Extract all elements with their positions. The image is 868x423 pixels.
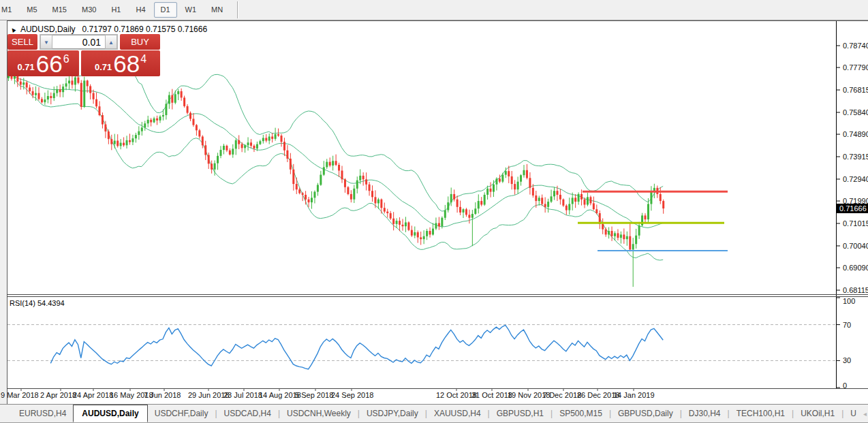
rsi-scale-label: 30 [843, 356, 851, 364]
price-scale-label: 0.76815 [843, 86, 868, 94]
timeframe-button-d1[interactable]: D1 [154, 2, 177, 18]
chart-tab-usdcad-h4[interactable]: USDCAD,H4 [217, 409, 278, 418]
chart-tab-audusd-daily[interactable]: AUDUSD,Daily [73, 405, 147, 422]
chart-tab-xauusd-h4[interactable]: XAUUSD,H4 [427, 409, 488, 418]
trade-controls-row: SELL ▼ 0.01 ▲ BUY [7, 34, 160, 50]
date-label: 5 Sep 2018 [295, 391, 333, 399]
sell-price-pip: 6 [63, 53, 69, 65]
timeframe-button-m1[interactable]: M1 [0, 2, 18, 18]
price-scale-label: 0.69090 [843, 264, 868, 272]
toolbar-separator [237, 1, 238, 18]
chart-tab-u[interactable]: U [843, 409, 863, 418]
price-scale-label: 0.72940 [843, 175, 868, 183]
buy-price-display[interactable]: 0.71 68 4 [81, 50, 160, 76]
symbol-period-label: AUDUSD,Daily [20, 25, 76, 34]
sell-button[interactable]: SELL [7, 34, 37, 50]
rsi-scale-label: 100 [843, 297, 855, 305]
chart-tab-ukoil-h1[interactable]: UKOil,H1 [794, 409, 841, 418]
rsi-indicator-label: RSI(14) 54.4394 [10, 299, 65, 307]
chart-tab-sp500-m15[interactable]: SP500,M15 [553, 409, 609, 418]
volume-stepper: ▼ 0.01 ▲ [40, 34, 118, 50]
buy-button[interactable]: BUY [120, 34, 160, 50]
chart-tab-bar: EURUSD,H4AUDUSD,DailyUSDCHF,Daily|USDCAD… [0, 404, 868, 423]
chart-tab-usdchf-daily[interactable]: USDCHF,Daily [148, 409, 215, 418]
price-scale-label: 0.68115 [843, 286, 868, 294]
price-scale-label: 0.73915 [843, 153, 868, 161]
timeframe-toolbar: M1M5M15M30H1H4D1W1MN [0, 0, 868, 20]
current-price-badge: 0.71666 [837, 204, 868, 213]
chart-tab-usdjpy-daily[interactable]: USDJPY,Daily [360, 409, 425, 418]
chart-tab-gbpusd-h1[interactable]: GBPUSD,H1 [490, 409, 551, 418]
rsi-scale-label: 0 [843, 381, 847, 390]
date-label: 12 Oct 2018 [436, 391, 477, 399]
sell-price-main: 66 [36, 52, 63, 75]
timeframe-button-h4[interactable]: H4 [129, 2, 152, 18]
date-label: 24 Sep 2018 [331, 391, 373, 399]
chart-window [7, 20, 868, 405]
chart-tab-dj30-h4[interactable]: DJ30,H4 [682, 409, 728, 418]
volume-decrease-button[interactable]: ▼ [40, 35, 52, 49]
price-scale-label: 0.70040 [843, 242, 868, 250]
sell-price-display[interactable]: 0.71 66 6 [7, 50, 79, 76]
date-label: 24 Apr 2018 [73, 391, 113, 399]
timeframe-button-w1[interactable]: W1 [179, 2, 204, 18]
ohlc-values: 0.71797 0.71869 0.71575 0.71666 [82, 25, 208, 34]
chart-tab-tech100-h1[interactable]: TECH100,H1 [730, 409, 792, 418]
timeframe-button-mn[interactable]: MN [204, 2, 230, 18]
price-scale-label: 0.77790 [843, 63, 868, 72]
volume-input[interactable]: 0.01 [52, 35, 105, 49]
chart-tab-usdcnh-weekly[interactable]: USDCNH,Weekly [280, 409, 358, 418]
chart-symbol-line: ▲ AUDUSD,Daily 0.71797 0.71869 0.71575 0… [10, 25, 207, 34]
price-scale-label: 0.74890 [843, 130, 868, 138]
price-scale-label: 0.75840 [843, 108, 868, 116]
date-label: 14 Jan 2019 [613, 391, 655, 399]
date-label: 7 Jun 2018 [144, 391, 181, 399]
timeframe-button-m15[interactable]: M15 [46, 2, 74, 18]
tab-scroll-arrows: ◂▸ [863, 410, 868, 418]
chart-tab-gbpusd-daily[interactable]: GBPUSD,Daily [611, 409, 680, 418]
buy-price-main: 68 [113, 52, 140, 75]
date-label: 23 Jul 2018 [223, 391, 262, 399]
date-label: 7 Dec 2018 [543, 391, 581, 399]
timeframe-button-m5[interactable]: M5 [20, 2, 44, 18]
timeframe-button-m30[interactable]: M30 [75, 2, 103, 18]
tab-scroll-left-icon[interactable]: ◂ [863, 410, 867, 418]
trading-terminal-window: M1M5M15M30H1H4D1W1MN ▲ AUDUSD,Daily 0.71… [0, 0, 868, 423]
one-click-trading-panel: SELL ▼ 0.01 ▲ BUY 0.71 66 6 0.71 68 4 [7, 34, 160, 76]
date-label: 9 Mar 2018 [1, 391, 39, 399]
price-scale-label: 0.71015 [843, 219, 868, 228]
date-label: 2 Apr 2018 [40, 391, 76, 399]
buy-price-pip: 4 [140, 53, 146, 65]
date-label: 31 Oct 2018 [471, 391, 512, 399]
volume-increase-button[interactable]: ▲ [105, 35, 117, 49]
chart-cursor-icon: ▲ [8, 25, 18, 35]
buy-price-prefix: 0.71 [95, 62, 112, 72]
sell-price-prefix: 0.71 [17, 62, 34, 72]
chart-tab-eurusd-h4[interactable]: EURUSD,H4 [12, 409, 73, 418]
timeframe-button-h1[interactable]: H1 [104, 2, 127, 18]
rsi-scale-label: 70 [843, 321, 851, 329]
price-scale-label: 0.78740 [843, 42, 868, 50]
